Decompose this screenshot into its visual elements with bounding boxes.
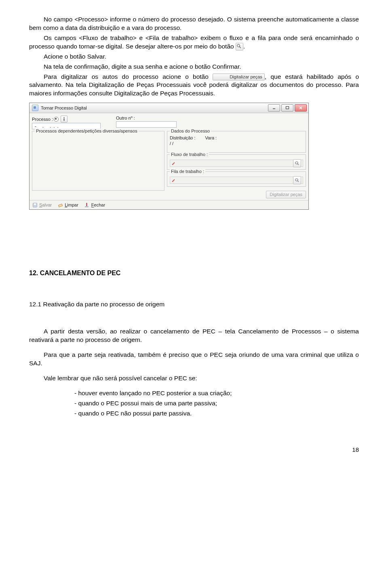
digitalizar-pecas-button-inline: Digitalizar peças xyxy=(213,74,265,80)
outro-label: Outro nº : xyxy=(116,116,306,120)
subsection-heading: 12.1 Reativação da parte no processo de … xyxy=(29,300,359,309)
info-icon[interactable] xyxy=(61,116,67,122)
paragraph: Acione o botão Salvar. xyxy=(29,53,359,61)
text: Para digitalizar os autos do processo ac… xyxy=(44,73,213,80)
list-item: - quando o PEC possui mais de uma parte … xyxy=(74,399,359,408)
list-item: - houver evento lançado no PEC posterior… xyxy=(74,389,359,398)
fila-legend: Fila de trabalho : xyxy=(170,169,205,174)
svg-point-0 xyxy=(237,44,240,47)
fila-lookup-button[interactable] xyxy=(293,176,301,184)
paragraph: No campo <Processo> informe o número do … xyxy=(29,15,359,32)
outro-input[interactable] xyxy=(116,121,177,128)
paragraph: Os campos <Fluxo de trabalho> e <Fila de… xyxy=(29,34,359,51)
paragraph: Para que a parte seja reativada, também … xyxy=(29,351,359,368)
text: . xyxy=(243,43,245,50)
magnifier-icon xyxy=(236,43,243,51)
svg-rect-16 xyxy=(58,204,62,207)
distrib-label: Distribuição : xyxy=(170,135,196,140)
svg-line-10 xyxy=(297,164,299,165)
dados-legend: Dados do Processo xyxy=(170,129,211,133)
svg-point-9 xyxy=(295,162,298,164)
svg-rect-15 xyxy=(34,203,36,205)
fluxo-legend: Fluxo de trabalho : xyxy=(170,152,209,157)
limpar-button[interactable]: Limpar xyxy=(57,202,78,208)
processo-label: Processo : xyxy=(32,117,53,122)
screenshot-window-wrap: Tornar Processo Digital xyxy=(29,103,359,210)
list-item: - quando o PEC não possui parte passiva. xyxy=(74,409,359,418)
vara-label: Vara : xyxy=(205,135,217,140)
text: Os campos <Fluxo de trabalho> e <Fila de… xyxy=(29,34,359,50)
fila-fieldset: Fila de trabalho : xyxy=(167,171,306,187)
dependentes-fieldset: Processos dependentes/petições diversas/… xyxy=(32,131,164,191)
titlebar: Tornar Processo Digital xyxy=(30,103,308,113)
svg-point-8 xyxy=(172,164,173,165)
dados-fieldset: Dados do Processo Distribuição : / / Var… xyxy=(167,131,306,153)
window-buttons xyxy=(268,104,307,112)
svg-point-11 xyxy=(172,181,173,182)
window: Tornar Processo Digital xyxy=(29,103,309,210)
processo-radio[interactable] xyxy=(54,117,59,122)
app-icon xyxy=(32,105,38,111)
paragraph: Na tela de confirmação, digite a sua sen… xyxy=(29,63,359,71)
pin-icon xyxy=(172,178,176,182)
pin-icon xyxy=(172,161,176,165)
close-button[interactable] xyxy=(295,104,307,112)
page-number: 18 xyxy=(29,446,359,453)
minimize-button[interactable] xyxy=(268,104,280,112)
svg-line-13 xyxy=(297,181,299,182)
paragraph: Para digitalizar os autos do processo ac… xyxy=(29,73,359,98)
close-icon xyxy=(84,202,90,208)
section-heading: 12. CANCELAMENTO DE PEC xyxy=(29,270,359,277)
paragraph: Vale lembrar que não será possível cance… xyxy=(29,374,359,383)
svg-point-12 xyxy=(295,179,298,181)
svg-rect-17 xyxy=(86,203,87,206)
eraser-icon xyxy=(57,202,63,208)
paragraph: A partir desta versão, ao realizar o can… xyxy=(29,327,359,344)
maximize-button[interactable] xyxy=(281,104,293,112)
window-body: Processo : Outro nº : xyxy=(30,113,308,200)
window-title: Tornar Processo Digital xyxy=(41,105,268,110)
fluxo-lookup-button[interactable] xyxy=(293,159,301,167)
salvar-button[interactable]: Salvar xyxy=(32,202,52,208)
svg-rect-3 xyxy=(286,107,289,109)
fluxo-fieldset: Fluxo de trabalho : xyxy=(167,154,306,170)
limpar-label-rest: impar xyxy=(67,202,78,207)
salvar-label-rest: alvar xyxy=(42,202,52,207)
dependentes-legend: Processos dependentes/petições diversas/… xyxy=(35,129,139,133)
statusbar: Salvar Limpar Fechar xyxy=(30,200,308,209)
svg-rect-7 xyxy=(63,118,64,121)
svg-rect-6 xyxy=(63,117,64,118)
save-icon xyxy=(32,202,38,208)
distrib-value: / / xyxy=(170,141,173,146)
fechar-button[interactable]: Fechar xyxy=(84,202,105,208)
svg-rect-18 xyxy=(85,206,89,207)
fechar-label-rest: echar xyxy=(94,202,105,207)
svg-line-1 xyxy=(239,47,241,48)
digitalizar-pecas-button[interactable]: Digitalizar peças xyxy=(266,191,306,198)
